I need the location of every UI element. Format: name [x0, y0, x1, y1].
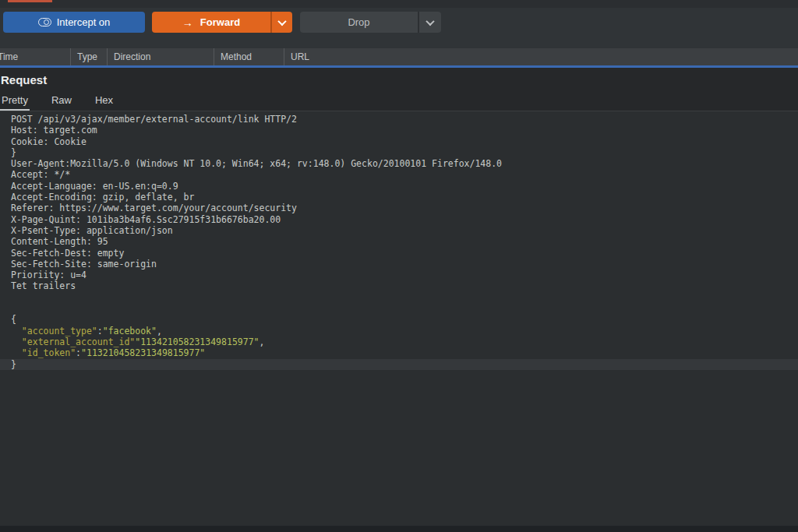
editor-line: } — [0, 147, 798, 158]
json-key: "account_type" — [22, 326, 97, 336]
active-tab-fragment — [8, 0, 52, 2]
editor-line: } — [0, 359, 798, 370]
forward-arrow-icon: → — [182, 16, 193, 29]
json-key: "id_token" — [22, 347, 76, 358]
intercept-toolbar: Intercept on → Forward Drop — [0, 8, 798, 48]
json-key: "external_account_id" — [22, 336, 135, 347]
intercept-queue-header: Time Type Direction Method URL — [0, 48, 798, 65]
request-text: } — [11, 147, 16, 158]
editor-line: Sec-Fetch-Dest: empty — [0, 248, 798, 259]
column-header-url[interactable]: URL — [284, 48, 798, 65]
request-text — [11, 347, 22, 358]
request-text: X-Psent-Type: application/json — [11, 225, 173, 236]
column-header-type[interactable]: Type — [71, 48, 108, 65]
request-text: Cookie: Cookie — [11, 136, 87, 147]
request-text: User-Agent:Mozilla/5.0 (Windows NT 10.0;… — [11, 158, 502, 169]
editor-line: Accept-Encoding: gzip, deflate, br — [0, 192, 798, 203]
request-text: Sec-Fetch-Dest: empty — [11, 248, 124, 259]
request-text: Accept-Encoding: gzip, deflate, br — [11, 192, 194, 203]
request-text: Content-Length: 95 — [11, 236, 108, 247]
editor-line: "external_account_id""113421058231349815… — [0, 336, 798, 347]
request-text: X-Page-Quint: 101iba3b4af6.Ssc27915f31b6… — [11, 214, 281, 225]
tab-pretty[interactable]: Pretty — [0, 91, 30, 111]
request-text — [11, 326, 22, 336]
editor-line: Referer: https://www.target.com/your/acc… — [0, 203, 798, 213]
column-header-time[interactable]: Time — [0, 48, 71, 65]
request-text — [11, 336, 22, 347]
request-text: Prioriity: u=4 — [11, 270, 87, 280]
editor-line — [0, 292, 798, 303]
editor-line: Cookie: Cookie — [0, 136, 798, 147]
column-header-direction[interactable]: Direction — [108, 48, 214, 65]
editor-line: Content-Length: 95 — [0, 236, 798, 247]
drop-button-label: Drop — [348, 16, 369, 28]
drop-button[interactable]: Drop — [300, 12, 441, 33]
editor-line: Accept: */* — [0, 169, 798, 180]
request-editor[interactable]: POST /api/v3/ajax/member/external-accoun… — [0, 111, 798, 526]
editor-line: User-Agent:Mozilla/5.0 (Windows NT 10.0;… — [0, 158, 798, 169]
request-text: POST /api/v3/ajax/member/external-accoun… — [11, 114, 297, 125]
editor-line: "id_token":"113210458231349815977" — [0, 347, 798, 358]
top-strip — [0, 0, 798, 8]
editor-line: POST /api/v3/ajax/member/external-accoun… — [0, 114, 798, 125]
editor-line: { — [0, 314, 798, 325]
message-view-tabs: Pretty Raw Hex — [0, 91, 798, 111]
tab-raw[interactable]: Raw — [50, 91, 73, 111]
editor-line: Sec-Fetch-Site: same-origin — [0, 259, 798, 270]
request-text: : — [76, 347, 81, 358]
editor-line: "account_type":"facebook", — [0, 326, 798, 336]
request-text: { — [11, 314, 16, 325]
json-value: "facebook" — [103, 326, 157, 336]
json-value: "113210458231349815977" — [81, 347, 205, 358]
chevron-down-icon — [277, 16, 286, 25]
bottom-strip — [0, 526, 798, 532]
forward-button-main[interactable]: → Forward — [152, 12, 270, 33]
editor-line: X-Psent-Type: application/json — [0, 225, 798, 236]
intercept-button-label: Intercept on — [57, 16, 111, 28]
request-text: Sec-Fetch-Site: same-origin — [11, 259, 157, 270]
editor-line: Prioriity: u=4 — [0, 270, 798, 280]
chevron-down-icon — [425, 16, 434, 25]
editor-line — [0, 303, 798, 314]
toggle-icon — [38, 18, 51, 26]
editor-line: X-Page-Quint: 101iba3b4af6.Ssc27915f31b6… — [0, 214, 798, 225]
tab-hex[interactable]: Hex — [94, 91, 115, 111]
request-text: Referer: https://www.target.com/your/acc… — [11, 203, 297, 213]
request-panel-header: Request Pretty Raw Hex — [0, 68, 798, 111]
request-panel-title: Request — [0, 68, 798, 91]
json-value: "113421058231349815977" — [135, 336, 259, 347]
request-text: , — [260, 336, 265, 347]
request-text: : — [97, 326, 103, 336]
forward-button-label: Forward — [200, 16, 240, 28]
editor-line: Host: target.com — [0, 125, 798, 136]
request-text: Accept: */* — [11, 169, 70, 180]
editor-line: Accept-Language: en-US.en:q=0.9 — [0, 181, 798, 192]
editor-line: Tet trailers — [0, 280, 798, 291]
column-header-method[interactable]: Method — [214, 48, 284, 65]
request-text: Host: target.com — [11, 125, 97, 136]
request-text: Tet trailers — [11, 280, 76, 291]
intercept-toggle-button[interactable]: Intercept on — [3, 12, 145, 33]
drop-button-main[interactable]: Drop — [300, 12, 418, 33]
request-text: } — [11, 359, 16, 370]
proxy-intercept-screen: Intercept on → Forward Drop Time Type Di… — [0, 0, 798, 532]
drop-dropdown-button[interactable] — [419, 12, 441, 33]
forward-dropdown-button[interactable] — [272, 12, 292, 33]
request-text: , — [157, 326, 162, 336]
forward-button[interactable]: → Forward — [152, 12, 292, 33]
request-text: Accept-Language: en-US.en:q=0.9 — [11, 181, 178, 192]
